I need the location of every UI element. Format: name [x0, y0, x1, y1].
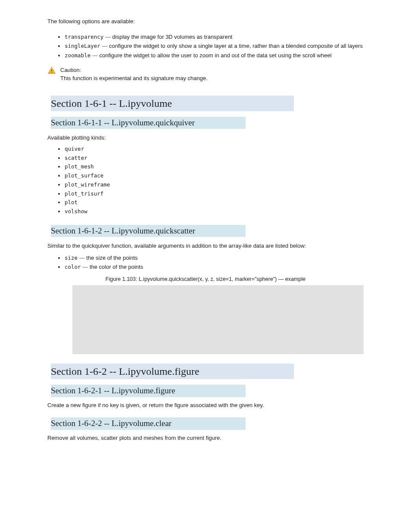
section-body: Available plotting kinds: quiver scatter…: [47, 134, 364, 216]
arg-desc: the color of the points: [90, 264, 143, 270]
intro-text: The following options are available:: [47, 17, 364, 26]
section-text: Create a new figure if no key is given, …: [47, 401, 364, 410]
page: The following options are available: tra…: [0, 0, 411, 532]
dash: —: [92, 52, 98, 59]
list-item: scatter: [65, 154, 364, 162]
option-desc: configure the widget to allow the user t…: [99, 52, 331, 59]
arg-code: size: [65, 255, 78, 261]
option-item: zoomable — configure the widget to allow…: [65, 51, 364, 60]
list-item: plot_mesh: [65, 162, 364, 171]
section-heading-h3: Section 1-6-2-1 -- L.ipyvolume.figure: [47, 383, 364, 398]
list-item: size — the size of the points: [65, 254, 364, 262]
option-desc: configure the widget to only show a sing…: [109, 43, 363, 49]
warning-icon: [47, 66, 56, 75]
dash: —: [82, 264, 88, 270]
caution-box: Caution: This function is experimental a…: [47, 66, 364, 83]
section-text: Remove all volumes, scatter plots and me…: [47, 434, 364, 442]
arg-desc: the size of the points: [86, 255, 137, 261]
section-heading-h2: Section 1-6-2 -- L.ipyvolume.figure: [47, 362, 364, 381]
section-body: Similar to the quickquiver function, ava…: [47, 242, 364, 354]
list-item: quiver: [65, 145, 364, 153]
section-heading-h3: Section 1-6-1-2 -- L.ipyvolume.quickscat…: [47, 224, 364, 239]
dash: —: [105, 34, 111, 40]
list-item: color — the color of the points: [65, 263, 364, 271]
figure-image: [72, 285, 364, 354]
list-item: plot_surface: [65, 171, 364, 180]
dash: —: [79, 255, 85, 261]
section-heading-h3: Section 1-6-1-1 -- L.ipyvolume.quickquiv…: [47, 115, 364, 131]
section-heading-h3: Section 1-6-2-2 -- L.ipyvolume.clear: [47, 416, 364, 431]
dash: —: [102, 43, 107, 49]
list-item: plot: [65, 198, 364, 207]
svg-rect-0: [51, 69, 52, 71]
option-code: transparency: [65, 34, 103, 40]
figure-caption: Figure 1.103: L.ipyvolume.quickscatter(x…: [47, 275, 364, 283]
section-heading-h2: Section 1-6-1 -- L.ipyvolume: [47, 94, 364, 113]
option-item: transparency — display the image for 3D …: [65, 33, 364, 41]
options-list: transparency — display the image for 3D …: [47, 33, 364, 60]
option-item: singleLayer — configure the widget to on…: [65, 42, 364, 50]
args-list: size — the size of the points color — th…: [47, 254, 364, 271]
svg-rect-1: [51, 72, 52, 73]
option-desc: display the image for 3D volumes as tran…: [112, 34, 233, 40]
list-item: plot_wireframe: [65, 180, 364, 189]
list-item: plot_trisurf: [65, 190, 364, 198]
kinds-list: quiver scatter plot_mesh plot_surface pl…: [47, 145, 364, 216]
section-text: Similar to the quickquiver function, ava…: [47, 242, 364, 250]
figure: Figure 1.103: L.ipyvolume.quickscatter(x…: [47, 275, 364, 354]
caution-text: Caution: This function is experimental a…: [60, 66, 208, 83]
list-item: volshow: [65, 207, 364, 216]
kinds-intro: Available plotting kinds:: [47, 134, 364, 142]
option-code: singleLayer: [65, 43, 100, 49]
arg-code: color: [65, 264, 81, 270]
option-code: zoomable: [65, 52, 90, 59]
